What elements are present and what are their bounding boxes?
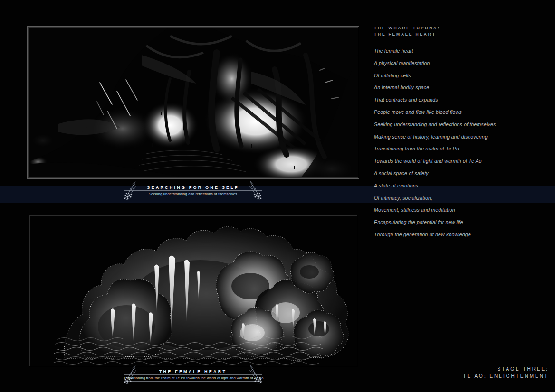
section-heading: THE WHARE TUPUNA: THE FEMALE HEART <box>374 25 545 37</box>
poem-line: Towards the world of light and warmth of… <box>374 155 545 168</box>
caption-title: SEARCHING FOR ONE SELF <box>124 184 262 190</box>
top-artwork <box>28 27 358 177</box>
stage-label-line2: TE AO: ENLIGHTENMENT <box>463 373 549 380</box>
poem-line: A physical manifestation <box>374 57 545 70</box>
section-heading-line1: THE WHARE TUPUNA: <box>374 25 545 31</box>
poem-line: Transitioning from the realm of Te Po <box>374 143 545 155</box>
poem-line: Through the generation of new knowledge <box>374 229 545 241</box>
floral-spray-ornament-icon <box>248 364 264 385</box>
bottom-artwork <box>29 215 357 366</box>
caption-title: THE FEMALE HEART <box>124 368 262 374</box>
section-heading-line2: THE FEMALE HEART <box>374 31 545 37</box>
poem-line: Movement, stillness and meditation <box>374 204 545 216</box>
poem-line: People move and flow like blood flows <box>374 106 545 119</box>
stage-label-line1: STAGE THREE: <box>463 365 549 373</box>
poem-line: A state of emotions <box>374 180 545 192</box>
floral-spray-ornament-icon <box>122 364 138 385</box>
presentation-page: SEARCHING FOR ONE SELF Seeking understan… <box>0 0 555 392</box>
poem-line: Of inflating cells <box>374 70 545 82</box>
floral-spray-ornament-icon <box>122 179 138 201</box>
stage-label: STAGE THREE: TE AO: ENLIGHTENMENT <box>463 365 549 380</box>
poem-line: Making sense of history, learning and di… <box>374 131 545 143</box>
right-text-column: THE WHARE TUPUNA: THE FEMALE HEART The f… <box>374 25 545 241</box>
caption-subtitle: Seeking understanding and reflections of… <box>124 191 262 197</box>
bottom-artwork-frame <box>29 215 358 367</box>
poem-line: A social space of safety <box>374 168 545 180</box>
poem-line: Seeking understanding and reflections of… <box>374 119 545 131</box>
caption-rule <box>124 381 262 382</box>
caption-subtitle: Transitioning from the realm of Te Po to… <box>124 375 262 381</box>
poem-line: Of intimacy, socialization, <box>374 192 545 205</box>
poem-line: That contracts and expands <box>374 94 545 106</box>
top-artwork-caption: SEARCHING FOR ONE SELF Seeking understan… <box>124 184 262 197</box>
poem-line: An internal bodily space <box>374 82 545 94</box>
top-artwork-frame <box>27 26 359 179</box>
poem: The female heartA physical manifestation… <box>374 45 545 241</box>
poem-line: Encapsulating the potential for new life <box>374 216 545 229</box>
floral-spray-ornament-icon <box>248 179 264 201</box>
bottom-artwork-caption: THE FEMALE HEART Transitioning from the … <box>124 368 262 382</box>
caption-rule <box>124 197 262 197</box>
poem-line: The female heart <box>374 45 545 57</box>
